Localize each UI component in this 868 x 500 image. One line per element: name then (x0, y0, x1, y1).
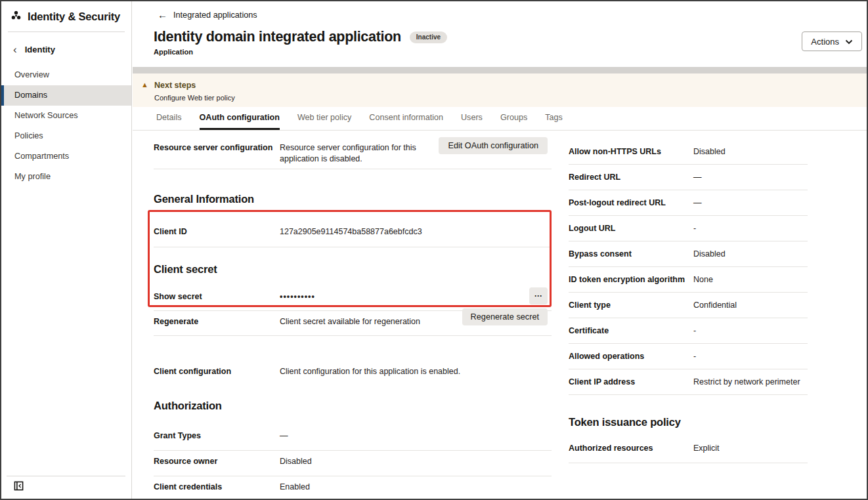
field-value: Resource server configuration for this a… (280, 142, 456, 165)
field-label: Client ID (154, 226, 280, 238)
page-header: ← Integrated applications Identity domai… (133, 1, 867, 67)
warning-triangle-icon: ▲ (141, 81, 148, 89)
field-label: Show secret (154, 291, 280, 302)
header-divider-bar (133, 67, 867, 73)
client-id-row: Client ID 127a2905e9114574ba58877a6ebfcd… (154, 221, 552, 247)
status-badge: Inactive (410, 31, 447, 43)
resource-server-configuration-row: Resource server configuration Resource s… (154, 131, 552, 169)
tab-bar: Details OAuth configuration Web tier pol… (133, 107, 867, 131)
field-value: Disabled (280, 456, 312, 467)
token-policy-rows: Authorized resources Explicit (569, 438, 808, 463)
sidebar-section-label: Identity (25, 45, 55, 54)
field-value: — (280, 430, 288, 442)
field-value: Restrict by network perimeter (693, 377, 800, 388)
breadcrumb-back-link[interactable]: ← Integrated applications (158, 10, 257, 20)
client-ip-address-row: Client IP address Restrict by network pe… (569, 369, 808, 395)
regenerate-secret-button[interactable]: Regenerate secret (462, 308, 548, 325)
field-label: Logout URL (569, 223, 693, 234)
redirect-url-row: Redirect URL — (569, 165, 808, 190)
field-value: Explicit (693, 443, 720, 454)
client-credentials-row: Client credentials Enabled (154, 476, 552, 500)
banner-title: Next steps (154, 81, 196, 90)
tab-users[interactable]: Users (461, 107, 483, 130)
breadcrumb-label: Integrated applications (173, 10, 257, 20)
next-steps-banner: ▲ Next steps Configure Web tier policy (133, 73, 867, 107)
client-id-value: 127a2905e9114574ba58877a6ebfcdc3 (280, 226, 422, 238)
field-value: Confidential (693, 300, 737, 311)
field-label: Regenerate (154, 316, 280, 327)
identity-security-icon (11, 10, 22, 24)
resource-owner-row: Resource owner Disabled (154, 451, 552, 476)
show-secret-more-button[interactable]: ··· (529, 287, 548, 304)
bypass-consent-row: Bypass consent Disabled (569, 241, 808, 267)
sidebar-header: Identity & Security (1, 1, 131, 31)
client-configuration-row: Client configuration Client configuratio… (154, 361, 552, 385)
sidebar-item-compartments[interactable]: Compartments (1, 146, 131, 167)
token-issuance-policy-heading: Token issuance policy (569, 416, 808, 428)
grant-types-row: Grant Types — (154, 425, 552, 451)
edit-oauth-configuration-button[interactable]: Edit OAuth configuration (439, 137, 548, 154)
field-value: None (693, 274, 713, 285)
field-label: Redirect URL (569, 172, 693, 183)
field-value: Disabled (693, 249, 726, 260)
field-label: Bypass consent (569, 249, 693, 260)
tab-groups[interactable]: Groups (500, 107, 527, 130)
resource-type-label: Application (154, 48, 193, 56)
authorization-heading: Authorization (154, 400, 552, 412)
sidebar: Identity & Security ‹ Identity Overview … (1, 1, 132, 499)
app-window: Identity & Security ‹ Identity Overview … (0, 0, 868, 500)
general-information-heading: General Information (154, 193, 552, 205)
field-value: - (693, 351, 696, 362)
client-type-row: Client type Confidential (569, 293, 808, 318)
sidebar-item-overview[interactable]: Overview (1, 65, 131, 85)
certificate-row: Certificate - (569, 318, 808, 344)
tab-consent-information[interactable]: Consent information (369, 107, 443, 130)
sidebar-item-domains[interactable]: Domains (1, 85, 131, 106)
field-value: - (693, 325, 696, 337)
sidebar-item-policies[interactable]: Policies (1, 126, 131, 146)
sidebar-bottom-divider (7, 476, 125, 476)
sidebar-item-network-sources[interactable]: Network Sources (1, 106, 131, 126)
tab-web-tier-policy[interactable]: Web tier policy (297, 107, 351, 130)
field-label: Authorized resources (569, 443, 693, 454)
chevron-left-icon: ‹ (13, 47, 17, 53)
sidebar-item-my-profile[interactable]: My profile (1, 167, 131, 187)
logout-url-row: Logout URL - (569, 216, 808, 241)
show-secret-row: Show secret •••••••••• ··· (154, 285, 552, 311)
field-label: Client configuration (154, 366, 280, 377)
field-value: Client secret available for regeneration (280, 316, 420, 327)
client-secret-heading: Client secret (154, 263, 552, 276)
sidebar-title: Identity & Security (28, 10, 120, 23)
field-label: Resource server configuration (154, 142, 280, 165)
allow-non-https-urls-row: Allow non-HTTPS URLs Disabled (569, 139, 808, 165)
configure-web-tier-policy-link[interactable]: Configure Web tier policy (154, 94, 235, 102)
field-label: Post-logout redirect URL (569, 198, 693, 209)
masked-secret-value: •••••••••• (280, 291, 315, 302)
authorization-rows: Grant Types — Resource owner Disabled Cl… (154, 425, 552, 500)
page-title: Identity domain integrated application (154, 29, 401, 45)
field-label: Allow non-HTTPS URLs (569, 146, 693, 157)
actions-button-label: Actions (811, 37, 839, 47)
tab-oauth-configuration[interactable]: OAuth configuration (200, 107, 280, 130)
post-logout-redirect-url-row: Post-logout redirect URL — (569, 190, 808, 216)
field-label: Resource owner (154, 456, 280, 467)
field-value: — (693, 198, 702, 209)
field-label: Client credentials (154, 482, 280, 493)
tab-tags[interactable]: Tags (545, 107, 563, 130)
oauth-right-column: Allow non-HTTPS URLs Disabled Redirect U… (569, 131, 808, 463)
collapse-sidebar-icon[interactable] (12, 479, 25, 492)
allowed-operations-row: Allowed operations - (569, 344, 808, 369)
tab-details[interactable]: Details (156, 107, 182, 130)
regenerate-row: Regenerate Client secret available for r… (154, 311, 552, 336)
field-value: Client configuration for this applicatio… (280, 366, 460, 377)
tab-content: Resource server configuration Resource s… (133, 131, 867, 500)
field-label: Certificate (569, 325, 693, 337)
sidebar-section-identity[interactable]: ‹ Identity (1, 32, 131, 64)
oauth-left-column: Resource server configuration Resource s… (154, 131, 552, 500)
field-label: ID token encryption algorithm (569, 274, 693, 285)
actions-button[interactable]: Actions (802, 31, 862, 51)
id-token-encryption-algorithm-row: ID token encryption algorithm None (569, 267, 808, 293)
sidebar-nav: Overview Domains Network Sources Policie… (1, 65, 131, 187)
field-value: - (693, 223, 696, 234)
chevron-down-icon (845, 37, 853, 47)
